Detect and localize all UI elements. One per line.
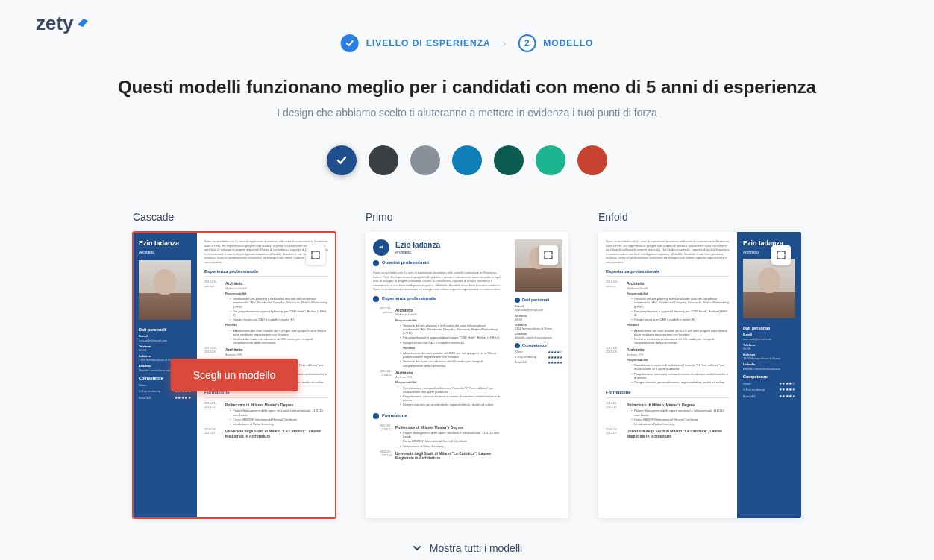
color-swatch[interactable] (577, 145, 607, 175)
zoom-icon[interactable] (539, 245, 558, 265)
show-all-templates[interactable]: Mostra tutti i modelli (72, 542, 862, 554)
logo: zety (36, 12, 90, 35)
chevron-down-icon (412, 543, 422, 553)
template-card-cascade[interactable]: Ezio IadanzaArchitetto Dati personali E-… (133, 232, 336, 518)
zoom-icon[interactable] (771, 245, 791, 265)
color-swatch[interactable] (452, 145, 482, 175)
color-swatch[interactable] (410, 145, 440, 175)
template-name: Primo (366, 211, 568, 223)
template-card-enfold[interactable]: Ezio IadanzaArchitetto Dati personali E-… (598, 232, 801, 518)
template-card-primo[interactable]: ei Ezio IadanzaArchitetto Obiettivi prof… (366, 232, 568, 518)
color-picker (72, 145, 862, 175)
page-subtitle: I design che abbiamo scelto ti aiuterann… (72, 107, 862, 119)
show-all-label: Mostra tutti i modelli (430, 542, 522, 554)
template-name: Cascade (133, 211, 336, 223)
color-swatch[interactable] (536, 145, 565, 175)
zoom-icon[interactable] (306, 245, 325, 265)
template-name: Enfold (598, 211, 801, 223)
color-swatch[interactable] (494, 145, 524, 175)
choose-template-button[interactable]: Scegli un modello (171, 359, 298, 391)
color-swatch[interactable] (327, 145, 357, 175)
page-title: Questi modelli funzionano meglio per i c… (72, 77, 862, 98)
color-swatch[interactable] (369, 145, 398, 175)
